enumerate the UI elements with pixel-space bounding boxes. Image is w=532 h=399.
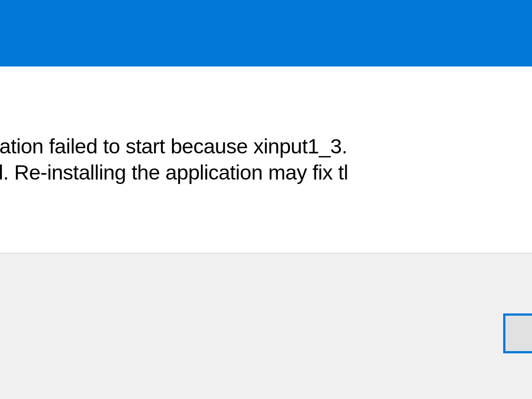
ok-button[interactable] bbox=[503, 313, 532, 353]
dialog-body: plication failed to start because xinput… bbox=[0, 66, 532, 253]
error-message: plication failed to start because xinput… bbox=[0, 133, 348, 186]
error-message-line2: und. Re-installing the application may f… bbox=[0, 160, 348, 186]
dialog-titlebar bbox=[0, 0, 532, 66]
dialog-footer bbox=[0, 253, 532, 399]
error-message-line1: plication failed to start because xinput… bbox=[0, 133, 348, 160]
